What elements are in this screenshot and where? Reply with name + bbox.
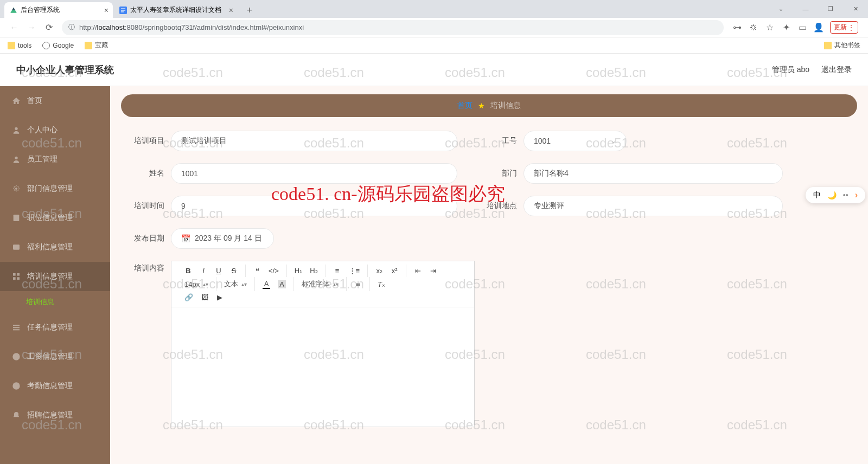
new-tab-button[interactable]: + bbox=[242, 3, 257, 18]
ul-button[interactable]: ⋮≡ bbox=[349, 267, 360, 275]
sidebar-subitem-training-info[interactable]: 培训信息 bbox=[0, 291, 110, 313]
user-icon bbox=[12, 155, 21, 164]
back-button[interactable]: ← bbox=[5, 19, 23, 36]
logout-link[interactable]: 退出登录 bbox=[821, 65, 852, 75]
code-button[interactable]: </> bbox=[269, 267, 279, 275]
link-button[interactable]: 🔗 bbox=[184, 293, 193, 301]
input-dept[interactable] bbox=[524, 163, 783, 184]
label-dept: 部门 bbox=[479, 169, 517, 178]
puzzle-icon[interactable]: ✦ bbox=[781, 23, 791, 33]
reload-button[interactable]: ⟳ bbox=[40, 19, 58, 36]
sidebar-item-attendance[interactable]: 考勤信息管理 bbox=[0, 371, 110, 401]
h2-button[interactable]: H₂ bbox=[310, 267, 317, 275]
app-header: 中小企业人事管理系统 管理员 abo 退出登录 bbox=[0, 54, 868, 86]
star-icon[interactable]: ☆ bbox=[765, 23, 775, 33]
indent-button[interactable]: ⇤ bbox=[414, 267, 422, 275]
user-icon bbox=[12, 126, 21, 134]
input-name[interactable] bbox=[171, 163, 457, 184]
svg-rect-15 bbox=[13, 329, 20, 330]
bg-color-button[interactable]: A bbox=[278, 280, 286, 288]
select-empno[interactable]: 1001 ⌄ bbox=[524, 131, 627, 151]
browser-tab-strip: 后台管理系统 × 太平人寿签章系统详细设计文档 × + ⌄ — ❐ ✕ bbox=[0, 0, 868, 18]
bookmark-google[interactable]: Google bbox=[42, 42, 74, 49]
minimize-icon[interactable]: — bbox=[793, 0, 818, 18]
forward-button[interactable]: → bbox=[23, 19, 40, 36]
folder-icon bbox=[85, 42, 92, 49]
devices-icon[interactable]: ▭ bbox=[797, 23, 807, 33]
bookmark-treasure[interactable]: 宝藏 bbox=[85, 41, 108, 50]
update-button[interactable]: 更新⋮ bbox=[830, 21, 858, 34]
chevron-right-icon[interactable]: › bbox=[855, 190, 858, 200]
folder-icon bbox=[8, 42, 15, 49]
sidebar-item-training[interactable]: 培训信息管理 bbox=[0, 262, 110, 291]
bell-icon bbox=[12, 411, 21, 420]
label-project: 培训项目 bbox=[126, 136, 164, 146]
sidebar-item-dept[interactable]: 部门信息管理 bbox=[0, 174, 110, 203]
address-bar: ← → ⟳ ⓘ http://localhost:8080/springboot… bbox=[0, 18, 868, 37]
text-color-button[interactable]: A bbox=[263, 280, 270, 289]
input-loc[interactable] bbox=[524, 196, 783, 216]
browser-tab-inactive[interactable]: 太平人寿签章系统详细设计文档 × bbox=[114, 2, 238, 18]
browser-tab-active[interactable]: 后台管理系统 × bbox=[4, 2, 113, 18]
font-size-select[interactable]: 14px▴▾ bbox=[177, 277, 216, 291]
ime-floating-bar[interactable]: 中 🌙 •• › bbox=[806, 187, 865, 203]
video-button[interactable]: ▶ bbox=[216, 293, 224, 301]
font-family-select[interactable]: 标准字体▴▾ bbox=[294, 277, 347, 291]
translate-icon[interactable]: ⛭ bbox=[749, 23, 758, 33]
current-user[interactable]: 管理员 abo bbox=[772, 65, 809, 75]
ime-punct[interactable]: •• bbox=[843, 191, 848, 199]
svg-point-5 bbox=[15, 157, 17, 159]
svg-rect-7 bbox=[14, 215, 20, 221]
profile-icon[interactable]: 👤 bbox=[814, 23, 824, 33]
close-icon[interactable]: × bbox=[104, 6, 108, 15]
ol-button[interactable]: ≡ bbox=[334, 267, 341, 275]
font-style-select[interactable]: 文本▴▾ bbox=[216, 277, 255, 291]
sidebar-item-employee[interactable]: 员工管理 bbox=[0, 145, 110, 174]
input-time[interactable] bbox=[171, 196, 457, 216]
italic-button[interactable]: I bbox=[200, 267, 207, 275]
ime-mode[interactable]: 中 bbox=[813, 190, 821, 200]
sidebar-item-recruit[interactable]: 招聘信息管理 bbox=[0, 401, 110, 430]
sidebar-item-profile[interactable]: 个人中心 bbox=[0, 115, 110, 145]
strike-button[interactable]: S bbox=[230, 267, 238, 275]
url-input[interactable]: ⓘ http://localhost:8080/springbootq731f/… bbox=[62, 20, 724, 35]
calendar-icon: 📅 bbox=[181, 234, 190, 243]
sup-button[interactable]: x² bbox=[391, 267, 398, 275]
moon-icon[interactable]: 🌙 bbox=[827, 191, 837, 199]
align-button[interactable]: ≡ bbox=[354, 280, 362, 288]
svg-rect-11 bbox=[13, 277, 16, 280]
label-name: 姓名 bbox=[126, 169, 164, 178]
bookmark-tools[interactable]: tools bbox=[8, 42, 31, 49]
chevron-down-icon: ⌄ bbox=[611, 137, 616, 145]
breadcrumb-home[interactable]: 首页 bbox=[457, 101, 473, 111]
window-controls: ⌄ — ❐ ✕ bbox=[768, 0, 868, 18]
close-window-icon[interactable]: ✕ bbox=[843, 0, 868, 18]
date-picker[interactable]: 📅 2023 年 09 月 14 日 bbox=[171, 228, 274, 249]
sidebar-item-task[interactable]: 任务信息管理 bbox=[0, 313, 110, 342]
sidebar-item-salary[interactable]: 工资信息管理 bbox=[0, 342, 110, 371]
bookmarks-bar: tools Google 宝藏 其他书签 bbox=[0, 37, 868, 54]
key-icon[interactable]: ⊶ bbox=[732, 23, 742, 33]
sidebar-item-benefits[interactable]: 福利信息管理 bbox=[0, 233, 110, 262]
bookmark-other[interactable]: 其他书签 bbox=[824, 41, 860, 50]
main-content: 首页 ★ 培训信息 培训项目 工号 1001 ⌄ bbox=[110, 86, 868, 464]
maximize-icon[interactable]: ❐ bbox=[818, 0, 843, 18]
chevron-down-icon[interactable]: ⌄ bbox=[768, 0, 793, 18]
svg-rect-13 bbox=[13, 325, 20, 326]
underline-button[interactable]: U bbox=[215, 267, 222, 275]
sidebar-item-home[interactable]: 首页 bbox=[0, 86, 110, 115]
bold-button[interactable]: B bbox=[184, 267, 192, 275]
clear-format-button[interactable]: Tₓ bbox=[378, 280, 385, 288]
close-icon[interactable]: × bbox=[229, 6, 233, 15]
input-project[interactable] bbox=[171, 131, 457, 151]
sidebar-item-position[interactable]: 职位信息管理 bbox=[0, 203, 110, 233]
svg-point-16 bbox=[12, 353, 20, 360]
editor-textarea[interactable] bbox=[171, 307, 474, 427]
extension-icons: ⊶ ⛭ ☆ ✦ ▭ 👤 更新⋮ bbox=[728, 21, 863, 34]
h1-button[interactable]: H₁ bbox=[295, 267, 302, 275]
image-button[interactable]: 🖼 bbox=[201, 293, 208, 301]
sub-button[interactable]: x₂ bbox=[375, 267, 383, 275]
outdent-button[interactable]: ⇥ bbox=[429, 267, 437, 275]
vue-icon bbox=[10, 7, 17, 14]
quote-button[interactable]: ❝ bbox=[253, 267, 261, 275]
